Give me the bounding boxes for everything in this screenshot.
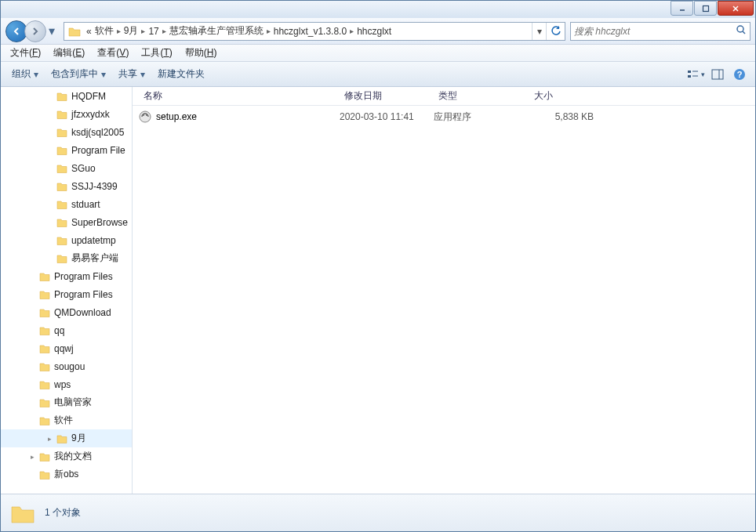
status-bar: 1 个对象 <box>1 494 755 531</box>
expander-icon[interactable] <box>27 326 37 335</box>
expander-icon[interactable] <box>27 416 37 425</box>
expander-icon[interactable] <box>45 254 54 263</box>
menu-help[interactable]: 帮助(H) <box>179 46 224 60</box>
address-dropdown[interactable]: ▾ <box>532 23 546 40</box>
tree-item[interactable]: Program Files <box>1 285 132 303</box>
tree-item[interactable]: qqwj <box>1 339 132 357</box>
tree-item[interactable]: ▸9月 <box>1 429 132 447</box>
expander-icon[interactable]: ▸ <box>45 434 54 443</box>
titlebar <box>1 1 755 18</box>
svg-text:?: ? <box>737 70 743 79</box>
breadcrumb-item[interactable]: 17 <box>147 26 160 37</box>
breadcrumb-item[interactable]: hhczglxt <box>355 26 393 37</box>
file-row[interactable]: setup.exe2020-03-10 11:41应用程序5,838 KB <box>133 106 755 128</box>
tree-item[interactable]: 易易客户端 <box>1 249 132 267</box>
nav-history-dropdown[interactable]: ▾ <box>46 24 57 39</box>
breadcrumb-item[interactable]: hhczglxt_v1.3.8.0 <box>272 26 348 37</box>
forward-button[interactable] <box>24 20 46 42</box>
tree-item[interactable]: Program Files <box>1 267 132 285</box>
column-date[interactable]: 修改日期 <box>340 89 434 103</box>
tree-item[interactable]: SuperBrowse <box>1 213 132 231</box>
expander-icon[interactable] <box>27 290 37 299</box>
menu-view[interactable]: 查看(V) <box>91 46 135 60</box>
preview-pane-button[interactable] <box>707 65 729 84</box>
expander-icon[interactable] <box>45 146 54 155</box>
view-options-button[interactable]: ▾ <box>685 65 707 84</box>
expander-icon[interactable] <box>45 236 54 245</box>
search-box[interactable] <box>570 22 751 41</box>
expander-icon[interactable] <box>27 380 37 389</box>
tree-item[interactable]: stduart <box>1 195 132 213</box>
expander-icon[interactable] <box>27 344 37 353</box>
search-icon[interactable] <box>736 24 747 38</box>
share-button[interactable]: 共享▾ <box>112 65 151 84</box>
tree-item[interactable]: ksdj(sql2005 <box>1 123 132 141</box>
folder-icon <box>67 24 82 38</box>
expander-icon[interactable]: ▸ <box>27 452 37 461</box>
breadcrumb-item[interactable]: 软件 <box>93 24 115 38</box>
file-list[interactable]: setup.exe2020-03-10 11:41应用程序5,838 KB <box>133 106 755 128</box>
menu-edit[interactable]: 编辑(E) <box>47 46 91 60</box>
tree-item[interactable]: 新obs <box>1 465 132 483</box>
minimize-button[interactable] <box>671 1 693 16</box>
menu-bar: 文件(F) 编辑(E) 查看(V) 工具(T) 帮助(H) <box>1 45 755 62</box>
navigation-tree[interactable]: HQDFMjfzxxydxkksdj(sql2005Program FileSG… <box>1 87 133 494</box>
folder-icon <box>9 499 37 527</box>
expander-icon[interactable] <box>27 272 37 281</box>
tree-item[interactable]: QMDownload <box>1 303 132 321</box>
menu-file[interactable]: 文件(F) <box>4 46 47 60</box>
new-folder-button[interactable]: 新建文件夹 <box>151 65 211 84</box>
tree-item[interactable]: jfzxxydxk <box>1 105 132 123</box>
breadcrumb-item[interactable]: 慧宏轴承生产管理系统 <box>168 24 265 38</box>
tree-item[interactable]: SSJJ-4399 <box>1 177 132 195</box>
chevron-right-icon: ▸ <box>140 27 147 35</box>
svg-rect-6 <box>688 71 691 73</box>
tree-item-label: SSJJ-4399 <box>71 181 118 192</box>
expander-icon[interactable] <box>45 110 54 119</box>
tree-item[interactable]: wps <box>1 375 132 393</box>
column-name[interactable]: 名称 <box>139 89 340 103</box>
tree-item[interactable]: SGuo <box>1 159 132 177</box>
expander-icon[interactable] <box>27 398 37 407</box>
maximize-button[interactable] <box>694 1 717 16</box>
tree-item-label: sougou <box>54 361 85 372</box>
tree-item[interactable]: 电脑管家 <box>1 393 132 411</box>
tree-item[interactable]: HQDFM <box>1 87 132 105</box>
menu-tools[interactable]: 工具(T) <box>135 46 178 60</box>
tree-item-label: HQDFM <box>71 91 106 102</box>
expander-icon[interactable] <box>27 308 37 317</box>
help-button[interactable]: ? <box>729 65 751 84</box>
expander-icon[interactable] <box>45 218 54 227</box>
svg-point-14 <box>140 111 151 122</box>
expander-icon[interactable] <box>27 362 37 371</box>
tree-item[interactable]: sougou <box>1 357 132 375</box>
refresh-button[interactable] <box>546 23 565 40</box>
file-date: 2020-03-10 11:41 <box>340 111 434 122</box>
search-input[interactable] <box>574 26 736 37</box>
expander-icon[interactable] <box>45 128 54 137</box>
tree-item[interactable]: 软件 <box>1 411 132 429</box>
navigation-row: ▾ « 软件▸ 9月▸ 17▸ 慧宏轴承生产管理系统▸ hhczglxt_v1.… <box>1 18 755 45</box>
tree-item[interactable]: ▸我的文档 <box>1 447 132 465</box>
svg-rect-7 <box>688 75 691 78</box>
tree-item[interactable]: updatetmp <box>1 231 132 249</box>
expander-icon[interactable] <box>45 92 54 101</box>
expander-icon[interactable] <box>45 200 54 209</box>
tree-item[interactable]: Program File <box>1 141 132 159</box>
column-size[interactable]: 大小 <box>529 89 608 103</box>
tree-item-label: 电脑管家 <box>54 396 92 409</box>
address-bar[interactable]: « 软件▸ 9月▸ 17▸ 慧宏轴承生产管理系统▸ hhczglxt_v1.3.… <box>64 22 565 41</box>
expander-icon[interactable] <box>27 470 37 480</box>
tree-item-label: 我的文档 <box>54 450 92 463</box>
include-library-button[interactable]: 包含到库中▾ <box>45 65 112 84</box>
expander-icon[interactable] <box>45 182 54 191</box>
organize-button[interactable]: 组织▾ <box>5 65 45 84</box>
breadcrumb-item[interactable]: 9月 <box>122 24 140 38</box>
expander-icon[interactable] <box>45 164 54 173</box>
file-list-area: 名称 修改日期 类型 大小 setup.exe2020-03-10 11:41应… <box>133 87 755 494</box>
tree-item[interactable]: qq <box>1 321 132 339</box>
column-type[interactable]: 类型 <box>434 89 529 103</box>
svg-rect-1 <box>703 5 708 11</box>
close-button[interactable] <box>718 1 754 16</box>
tree-item-label: Program File <box>71 145 125 156</box>
